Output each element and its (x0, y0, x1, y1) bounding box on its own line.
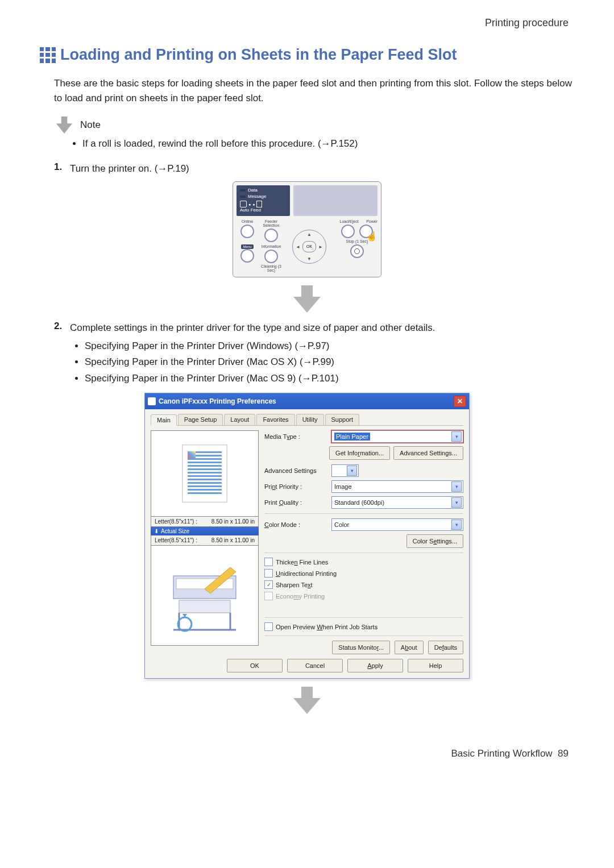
help-button[interactable]: Help (408, 659, 463, 672)
size2-name: Letter(8.5"x11") : (155, 537, 197, 543)
tab-page-setup[interactable]: Page Setup (178, 414, 223, 425)
step-sub-item: Specifying Paper in the Printer Driver (… (85, 371, 574, 386)
print-quality-value: Standard (600dpi) (334, 499, 384, 506)
tab-utility[interactable]: Utility (296, 414, 324, 425)
sharpen-label: Sharpen Text (276, 582, 313, 588)
cp-clean-label: Cleaning (3 Sec) (260, 264, 282, 272)
grid-icon (40, 47, 56, 63)
feeder-button[interactable] (264, 229, 278, 242)
down-arrow-icon: ⬇ (154, 528, 159, 534)
thicken-checkbox[interactable] (264, 558, 273, 566)
step-text: Complete settings in the printer driver … (70, 322, 435, 333)
cp-load-label: Load/Eject (337, 219, 362, 223)
down-arrow-icon[interactable]: ▼ (307, 256, 312, 261)
tab-layout[interactable]: Layout (224, 414, 255, 425)
step-2: 2. Complete settings in the printer driv… (54, 321, 574, 387)
cp-feeder-label: Feeder Selection (260, 219, 282, 227)
page-title: Loading and Printing on Sheets in the Pa… (60, 46, 457, 64)
preview-checkbox[interactable] (264, 622, 273, 631)
adv-settings-combo[interactable]: ▾ (331, 464, 359, 477)
tab-support[interactable]: Support (325, 414, 360, 425)
cp-menu-label: Menu (241, 244, 253, 249)
color-mode-label: Color Mode : (264, 521, 300, 528)
stop-button[interactable] (350, 244, 364, 258)
note-block: Note If a roll is loaded, rewind the rol… (54, 117, 574, 151)
chevron-down-icon[interactable]: ▾ (451, 431, 462, 442)
color-mode-combo[interactable]: Color ▾ (331, 518, 463, 531)
step-text: Turn the printer on. (→P.19) (70, 161, 574, 176)
actual-size-bar: ⬇ Actual Size (151, 527, 259, 535)
flow-arrow-2 (40, 687, 574, 714)
step-num: 2. (54, 321, 70, 387)
size1-dim: 8.50 in x 11.00 in (211, 518, 255, 525)
footer-text: Basic Printing Workflow (451, 748, 552, 759)
cp-stop-label: Stop (1 Sec) (346, 239, 368, 243)
print-preferences-dialog: Canon iPFxxxx Printing Preferences ✕ Mai… (144, 393, 470, 679)
dpad[interactable]: OK ▲ ▼ ◄ ► (292, 230, 326, 264)
left-arrow-icon[interactable]: ◄ (296, 244, 300, 249)
thicken-label: Thicken Fine Lines (276, 559, 328, 566)
control-panel: Data Message ●● Auto Feed Online Feeder … (233, 181, 381, 277)
sharpen-checkbox[interactable]: ✓ (264, 580, 273, 589)
adv-settings-button[interactable]: Advanced Settings... (393, 446, 463, 460)
apply-button[interactable]: Apply (347, 659, 403, 672)
cp-power-label: Power (366, 219, 377, 223)
menu-button[interactable] (240, 249, 254, 263)
print-quality-label: Print Quality : (264, 499, 302, 506)
online-button[interactable] (240, 225, 254, 238)
cp-online-label: Online (242, 219, 253, 223)
cancel-button[interactable]: Cancel (287, 659, 343, 672)
right-arrow-icon[interactable]: ► (318, 244, 323, 249)
tab-main[interactable]: Main (151, 414, 177, 426)
tab-strip: Main Page Setup Layout Favorites Utility… (151, 414, 463, 426)
intro-text: These are the basic steps for loading sh… (54, 76, 574, 105)
power-button[interactable]: ☝ (359, 225, 373, 238)
svg-marker-0 (56, 117, 72, 134)
print-quality-combo[interactable]: Standard (600dpi) ▾ (331, 496, 463, 509)
page-footer: Basic Printing Workflow 89 (40, 748, 574, 759)
color-mode-value: Color (334, 521, 349, 528)
chevron-down-icon[interactable]: ▾ (451, 497, 462, 508)
page-title-row: Loading and Printing on Sheets in the Pa… (40, 46, 574, 64)
unidir-checkbox[interactable] (264, 569, 273, 578)
step-sub-item: Specifying Paper in the Printer Driver (… (85, 339, 574, 354)
load-eject-button[interactable] (341, 225, 355, 238)
step-1: 1. Turn the printer on. (→P.19) (54, 161, 574, 176)
print-priority-value: Image (334, 483, 352, 490)
media-type-label: Media Type : (264, 433, 300, 440)
media-type-combo[interactable]: Plain Paper ▾ (331, 430, 463, 443)
dialog-title: Canon iPFxxxx Printing Preferences (159, 397, 276, 405)
cp-message-label: Message (248, 194, 266, 199)
color-settings-button[interactable]: Color Settings... (406, 534, 463, 548)
flow-arrow-1 (40, 285, 574, 313)
info-button[interactable] (264, 250, 278, 263)
tab-favorites[interactable]: Favorites (256, 414, 294, 425)
chevron-down-icon[interactable]: ▾ (347, 466, 357, 476)
app-icon (148, 397, 156, 405)
step-sub-item: Specifying Paper in the Printer Driver (… (85, 355, 574, 369)
print-priority-combo[interactable]: Image ▾ (331, 480, 463, 493)
doc-preview (151, 430, 259, 517)
status-monitor-button[interactable]: Status Monitor... (332, 641, 390, 654)
get-info-button[interactable]: Get Information... (329, 446, 390, 460)
ok-button[interactable]: OK (302, 241, 316, 252)
about-button[interactable]: About (395, 641, 424, 654)
size1-name: Letter(8.5"x11") : (155, 518, 197, 525)
ok-button[interactable]: OK (227, 659, 283, 672)
unidir-label: Unidirectional Printing (276, 570, 337, 577)
hand-icon: ☝ (366, 231, 377, 242)
page-icon (256, 201, 262, 207)
chevron-down-icon[interactable]: ▾ (451, 481, 462, 492)
actual-label: Actual Size (161, 528, 189, 534)
printer-control-figure: Data Message ●● Auto Feed Online Feeder … (40, 181, 574, 277)
footer-page: 89 (558, 748, 569, 759)
up-arrow-icon[interactable]: ▲ (307, 232, 312, 237)
media-type-value: Plain Paper (334, 433, 370, 441)
step-num: 1. (54, 161, 70, 176)
coffee-icon (240, 201, 247, 207)
cp-screen (293, 185, 377, 216)
chevron-down-icon[interactable]: ▾ (451, 520, 462, 530)
defaults-button[interactable]: Defaults (428, 641, 463, 654)
close-button[interactable]: ✕ (454, 396, 466, 407)
note-label: Note (80, 119, 101, 131)
